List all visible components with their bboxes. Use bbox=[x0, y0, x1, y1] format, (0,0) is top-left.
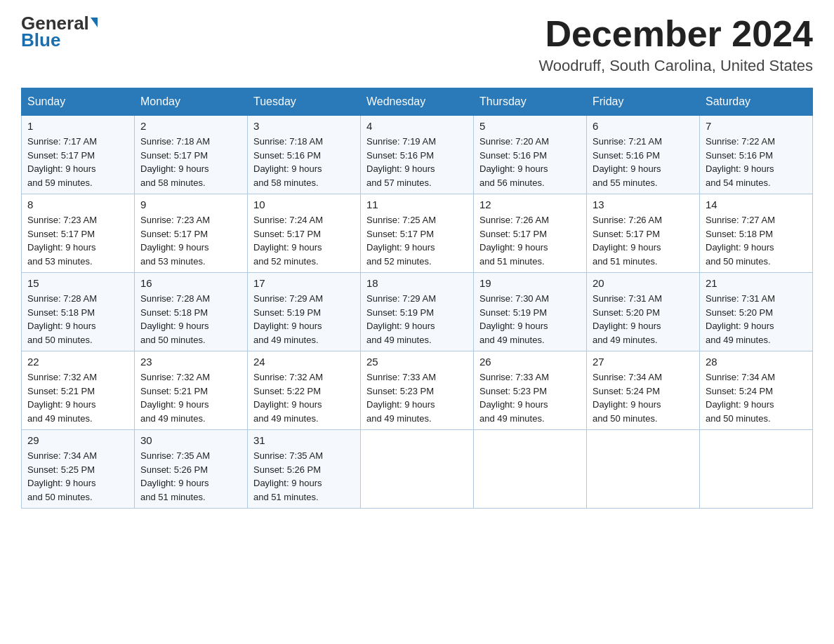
calendar-cell: 3Sunrise: 7:18 AMSunset: 5:16 PMDaylight… bbox=[248, 116, 361, 194]
day-number: 8 bbox=[27, 199, 128, 210]
day-number: 22 bbox=[27, 356, 128, 368]
day-number: 12 bbox=[479, 199, 581, 210]
calendar-cell: 13Sunrise: 7:26 AMSunset: 5:17 PMDayligh… bbox=[587, 194, 700, 273]
day-info: Sunrise: 7:31 AMSunset: 5:20 PMDaylight:… bbox=[706, 293, 775, 345]
day-info: Sunrise: 7:26 AMSunset: 5:17 PMDaylight:… bbox=[593, 215, 662, 267]
day-number: 30 bbox=[140, 434, 241, 446]
col-header-tuesday: Tuesday bbox=[248, 88, 361, 116]
col-header-sunday: Sunday bbox=[22, 88, 135, 116]
calendar-week-row: 29Sunrise: 7:34 AMSunset: 5:25 PMDayligh… bbox=[22, 430, 813, 509]
day-info: Sunrise: 7:19 AMSunset: 5:16 PMDaylight:… bbox=[366, 136, 436, 188]
day-number: 11 bbox=[366, 199, 468, 210]
day-number: 27 bbox=[593, 356, 694, 368]
day-info: Sunrise: 7:34 AMSunset: 5:24 PMDaylight:… bbox=[706, 372, 775, 424]
calendar-cell: 22Sunrise: 7:32 AMSunset: 5:21 PMDayligh… bbox=[22, 351, 135, 430]
col-header-monday: Monday bbox=[135, 88, 248, 116]
calendar-cell bbox=[361, 430, 474, 509]
logo-triangle-icon bbox=[91, 18, 98, 27]
day-info: Sunrise: 7:23 AMSunset: 5:17 PMDaylight:… bbox=[140, 215, 210, 267]
calendar-cell: 14Sunrise: 7:27 AMSunset: 5:18 PMDayligh… bbox=[700, 194, 813, 273]
calendar-cell: 29Sunrise: 7:34 AMSunset: 5:25 PMDayligh… bbox=[22, 430, 135, 509]
day-info: Sunrise: 7:32 AMSunset: 5:21 PMDaylight:… bbox=[27, 372, 97, 424]
calendar-week-row: 22Sunrise: 7:32 AMSunset: 5:21 PMDayligh… bbox=[22, 351, 813, 430]
day-number: 16 bbox=[140, 277, 241, 289]
calendar-cell: 30Sunrise: 7:35 AMSunset: 5:26 PMDayligh… bbox=[135, 430, 248, 509]
calendar-cell: 24Sunrise: 7:32 AMSunset: 5:22 PMDayligh… bbox=[248, 351, 361, 430]
day-info: Sunrise: 7:31 AMSunset: 5:20 PMDaylight:… bbox=[593, 293, 662, 345]
day-number: 21 bbox=[706, 277, 807, 289]
day-info: Sunrise: 7:26 AMSunset: 5:17 PMDaylight:… bbox=[479, 215, 549, 267]
calendar-cell: 25Sunrise: 7:33 AMSunset: 5:23 PMDayligh… bbox=[361, 351, 474, 430]
calendar-cell: 16Sunrise: 7:28 AMSunset: 5:18 PMDayligh… bbox=[135, 273, 248, 351]
logo: General Blue bbox=[21, 14, 98, 51]
day-number: 18 bbox=[366, 277, 468, 289]
day-info: Sunrise: 7:27 AMSunset: 5:18 PMDaylight:… bbox=[706, 215, 775, 267]
day-number: 10 bbox=[253, 199, 355, 210]
calendar-cell: 15Sunrise: 7:28 AMSunset: 5:18 PMDayligh… bbox=[22, 273, 135, 351]
day-number: 26 bbox=[479, 356, 581, 368]
day-info: Sunrise: 7:21 AMSunset: 5:16 PMDaylight:… bbox=[593, 136, 662, 188]
day-info: Sunrise: 7:28 AMSunset: 5:18 PMDaylight:… bbox=[140, 293, 210, 345]
calendar-cell: 10Sunrise: 7:24 AMSunset: 5:17 PMDayligh… bbox=[248, 194, 361, 273]
calendar-cell: 9Sunrise: 7:23 AMSunset: 5:17 PMDaylight… bbox=[135, 194, 248, 273]
day-number: 23 bbox=[140, 356, 241, 368]
calendar-week-row: 8Sunrise: 7:23 AMSunset: 5:17 PMDaylight… bbox=[22, 194, 813, 273]
day-number: 19 bbox=[479, 277, 581, 289]
day-number: 4 bbox=[366, 120, 468, 132]
day-info: Sunrise: 7:35 AMSunset: 5:26 PMDaylight:… bbox=[253, 450, 323, 502]
day-number: 25 bbox=[366, 356, 468, 368]
day-number: 13 bbox=[593, 199, 694, 210]
calendar-cell: 4Sunrise: 7:19 AMSunset: 5:16 PMDaylight… bbox=[361, 116, 474, 194]
calendar-cell bbox=[587, 430, 700, 509]
day-number: 28 bbox=[706, 356, 807, 368]
day-number: 7 bbox=[706, 120, 807, 132]
day-info: Sunrise: 7:32 AMSunset: 5:21 PMDaylight:… bbox=[140, 372, 210, 424]
calendar-cell: 12Sunrise: 7:26 AMSunset: 5:17 PMDayligh… bbox=[474, 194, 587, 273]
calendar-cell: 27Sunrise: 7:34 AMSunset: 5:24 PMDayligh… bbox=[587, 351, 700, 430]
day-info: Sunrise: 7:22 AMSunset: 5:16 PMDaylight:… bbox=[706, 136, 775, 188]
calendar-cell: 2Sunrise: 7:18 AMSunset: 5:17 PMDaylight… bbox=[135, 116, 248, 194]
day-number: 15 bbox=[27, 277, 128, 289]
col-header-thursday: Thursday bbox=[474, 88, 587, 116]
day-number: 6 bbox=[593, 120, 694, 132]
logo-blue: Blue bbox=[21, 29, 60, 51]
calendar-week-row: 1Sunrise: 7:17 AMSunset: 5:17 PMDaylight… bbox=[22, 116, 813, 194]
day-info: Sunrise: 7:25 AMSunset: 5:17 PMDaylight:… bbox=[366, 215, 436, 267]
col-header-wednesday: Wednesday bbox=[361, 88, 474, 116]
day-info: Sunrise: 7:34 AMSunset: 5:25 PMDaylight:… bbox=[27, 450, 97, 502]
day-info: Sunrise: 7:28 AMSunset: 5:18 PMDaylight:… bbox=[27, 293, 97, 345]
calendar-cell: 17Sunrise: 7:29 AMSunset: 5:19 PMDayligh… bbox=[248, 273, 361, 351]
day-info: Sunrise: 7:17 AMSunset: 5:17 PMDaylight:… bbox=[27, 136, 97, 188]
location-subtitle: Woodruff, South Carolina, United States bbox=[538, 57, 813, 75]
page-header: General Blue December 2024 Woodruff, Sou… bbox=[21, 14, 813, 75]
day-info: Sunrise: 7:18 AMSunset: 5:16 PMDaylight:… bbox=[253, 136, 323, 188]
calendar-table: SundayMondayTuesdayWednesdayThursdayFrid… bbox=[21, 88, 813, 509]
day-number: 5 bbox=[479, 120, 581, 132]
calendar-cell: 18Sunrise: 7:29 AMSunset: 5:19 PMDayligh… bbox=[361, 273, 474, 351]
calendar-cell: 23Sunrise: 7:32 AMSunset: 5:21 PMDayligh… bbox=[135, 351, 248, 430]
calendar-cell: 8Sunrise: 7:23 AMSunset: 5:17 PMDaylight… bbox=[22, 194, 135, 273]
calendar-week-row: 15Sunrise: 7:28 AMSunset: 5:18 PMDayligh… bbox=[22, 273, 813, 351]
day-number: 9 bbox=[140, 199, 241, 210]
calendar-cell: 19Sunrise: 7:30 AMSunset: 5:19 PMDayligh… bbox=[474, 273, 587, 351]
day-info: Sunrise: 7:35 AMSunset: 5:26 PMDaylight:… bbox=[140, 450, 210, 502]
day-info: Sunrise: 7:29 AMSunset: 5:19 PMDaylight:… bbox=[366, 293, 436, 345]
calendar-cell: 21Sunrise: 7:31 AMSunset: 5:20 PMDayligh… bbox=[700, 273, 813, 351]
day-info: Sunrise: 7:29 AMSunset: 5:19 PMDaylight:… bbox=[253, 293, 323, 345]
day-number: 3 bbox=[253, 120, 355, 132]
calendar-cell: 11Sunrise: 7:25 AMSunset: 5:17 PMDayligh… bbox=[361, 194, 474, 273]
day-info: Sunrise: 7:20 AMSunset: 5:16 PMDaylight:… bbox=[479, 136, 549, 188]
day-number: 14 bbox=[706, 199, 807, 210]
calendar-cell bbox=[700, 430, 813, 509]
calendar-cell: 7Sunrise: 7:22 AMSunset: 5:16 PMDaylight… bbox=[700, 116, 813, 194]
calendar-cell: 26Sunrise: 7:33 AMSunset: 5:23 PMDayligh… bbox=[474, 351, 587, 430]
day-info: Sunrise: 7:34 AMSunset: 5:24 PMDaylight:… bbox=[593, 372, 662, 424]
day-number: 17 bbox=[253, 277, 355, 289]
day-info: Sunrise: 7:24 AMSunset: 5:17 PMDaylight:… bbox=[253, 215, 323, 267]
col-header-saturday: Saturday bbox=[700, 88, 813, 116]
day-number: 24 bbox=[253, 356, 355, 368]
day-number: 20 bbox=[593, 277, 694, 289]
month-title: December 2024 bbox=[538, 14, 813, 54]
day-number: 29 bbox=[27, 434, 128, 446]
calendar-cell: 28Sunrise: 7:34 AMSunset: 5:24 PMDayligh… bbox=[700, 351, 813, 430]
